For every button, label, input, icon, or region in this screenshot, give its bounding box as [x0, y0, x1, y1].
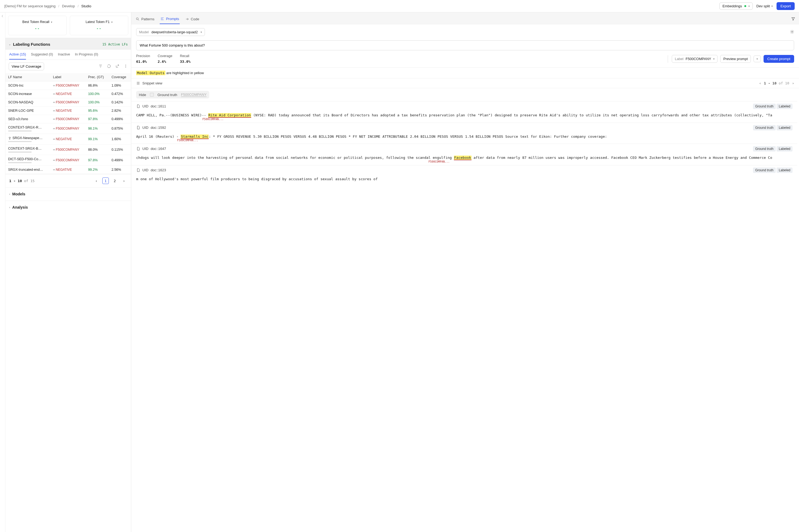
snippet-view-toggle[interactable]: Snippet view	[136, 81, 163, 85]
collapse-left-button[interactable]	[0, 13, 5, 532]
table-row[interactable]: SRGX-truncated-ending≕NEGATIVE99.2%2.56%	[5, 166, 131, 174]
table-row[interactable]: SCON-NASDAQ≕F500COMPANY100.0%0.142%	[5, 98, 131, 107]
breadcrumb-root[interactable]: [Demo] FM for sequence tagging	[4, 4, 56, 8]
models-section-toggle[interactable]: › Models	[5, 187, 131, 201]
entity-label: F500COMPAN...	[203, 118, 793, 121]
table-row[interactable]: SED-s3://sno≕F500COMPANY97.8%0.499%	[5, 115, 131, 124]
filter-ground-truth[interactable]: Ground truth	[157, 93, 177, 97]
tab-prompts[interactable]: Prompts	[160, 14, 179, 24]
lf-cov: 0.499%	[109, 115, 131, 124]
chevron-down-icon: ▾	[748, 5, 750, 7]
lf-pager: 1 - 10 of 15 ‹ 1 2 ›	[5, 174, 131, 187]
lf-section-header[interactable]: ⌄Labeling Functions 15 Active LFs	[5, 38, 131, 50]
filter-gt-checkbox[interactable]	[150, 93, 154, 97]
lf-table: LF Name Label Prec. (GT) Coverage SCON-I…	[5, 73, 131, 174]
preview-prompt-dropdown[interactable]: ▾	[754, 55, 761, 62]
settings-icon[interactable]	[790, 30, 794, 35]
overflow-indicator	[8, 141, 32, 142]
open-external-icon[interactable]	[115, 64, 119, 69]
view-lf-coverage-button[interactable]: View LF Coverage	[9, 62, 44, 70]
topbar-right: Embeddings ▾ Dev split ▾ Export	[719, 2, 795, 10]
lf-cov: 2.82%	[109, 107, 131, 115]
lf-toolbar: View LF Coverage	[5, 60, 131, 73]
pager-next[interactable]: ›	[121, 177, 127, 184]
preview-prompt-button[interactable]: Preview prompt	[720, 55, 750, 63]
entity-highlight[interactable]: Facebook	[454, 156, 472, 160]
overflow-indicator	[8, 130, 32, 132]
tab-active[interactable]: Active (15)	[9, 52, 26, 59]
hint-highlight: Model Outputs	[136, 71, 165, 75]
label-selector[interactable]: Label F500COMPANY ▾	[672, 55, 718, 63]
entity-highlight[interactable]: Starmalls Inc	[180, 134, 209, 139]
tab-inprogress[interactable]: In Progress (0)	[75, 52, 98, 59]
tab-inactive[interactable]: Inactive	[58, 52, 70, 59]
entity-highlight[interactable]: Rite Aid Corporation	[208, 113, 251, 118]
filter-f500[interactable]: F500COMPANY	[181, 93, 207, 97]
trophy-icon	[8, 137, 12, 140]
prompt-input[interactable]	[136, 40, 794, 50]
metric-card-f1[interactable]: Latest Token F1▾ --	[70, 16, 128, 35]
col-label[interactable]: Label	[50, 73, 85, 81]
filter-icon[interactable]	[98, 64, 102, 69]
badge-ground-truth[interactable]: Ground truth	[753, 146, 776, 152]
table-row[interactable]: DICT-SED-F500-Compar≕F500COMPANY97.8%0.4…	[5, 155, 131, 166]
snippet-next[interactable]: ›	[792, 81, 794, 85]
col-name[interactable]: LF Name	[5, 73, 50, 81]
badge-labeled[interactable]: Labeled	[777, 103, 793, 109]
overflow-indicator	[8, 152, 32, 153]
arrow-left-icon	[1, 14, 5, 18]
table-row[interactable]: CONTEXT-SRGX-Reuters≕F500COMPANY98.1%0.8…	[5, 124, 131, 134]
document-icon	[136, 104, 140, 108]
model-selector[interactable]: Model deepset/roberta-large-squad2 ▾	[136, 28, 205, 36]
lf-prec: 99.2%	[85, 166, 109, 174]
snippet-prev[interactable]: ‹	[759, 81, 761, 85]
doc-body[interactable]: m one of Hollywood's most powerful film …	[136, 175, 793, 183]
col-prec[interactable]: Prec. (GT)	[85, 73, 109, 81]
lf-name: DICT-SED-F500-Compar	[8, 157, 43, 161]
lf-label: ≕F500COMPANY	[53, 117, 79, 121]
tab-patterns[interactable]: Patterns	[135, 14, 155, 24]
badge-ground-truth[interactable]: Ground truth	[753, 168, 776, 173]
chevron-down-icon: ⌄	[9, 43, 11, 46]
analysis-section-toggle[interactable]: › Analysis	[5, 201, 131, 214]
breadcrumb-develop[interactable]: Develop	[62, 4, 75, 8]
table-row[interactable]: SRGX-Newspaper-Na≕NEGATIVE99.1%1.60%	[5, 134, 131, 145]
table-row[interactable]: SCON-increase≕NEGATIVE100.0%0.472%	[5, 90, 131, 98]
split-selector[interactable]: Dev split ▾	[757, 4, 773, 8]
col-cov[interactable]: Coverage	[109, 73, 131, 81]
badge-labeled[interactable]: Labeled	[777, 168, 793, 173]
more-icon[interactable]	[124, 64, 128, 69]
metric-cards: Best Token Recall▾ -- Latest Token F1▾ -…	[5, 13, 131, 38]
table-row[interactable]: SCON-Inc≕F500COMPANY86.8%1.09%	[5, 81, 131, 90]
document-icon	[136, 168, 140, 172]
pager-prev[interactable]: ‹	[93, 177, 100, 184]
arrow-right-icon	[185, 17, 189, 21]
tab-code[interactable]: Code	[185, 14, 200, 24]
svg-point-3	[136, 18, 138, 20]
prompt-icon	[160, 17, 164, 21]
lf-cov: 1.60%	[109, 134, 131, 145]
refresh-icon[interactable]	[107, 64, 111, 69]
badge-labeled[interactable]: Labeled	[777, 146, 793, 152]
table-row[interactable]: SNER-LOC-GPE≕NEGATIVE95.6%2.82%	[5, 107, 131, 115]
breadcrumb: [Demo] FM for sequence tagging / Develop…	[4, 4, 91, 8]
pager-page-1[interactable]: 1	[102, 177, 109, 184]
metric-title: Latest Token F1	[85, 20, 110, 24]
right-tabs: Patterns Prompts Code	[131, 13, 799, 24]
metric-card-recall[interactable]: Best Token Recall▾ --	[8, 16, 66, 35]
pager-page-2[interactable]: 2	[112, 177, 118, 184]
lf-cov: 0.875%	[109, 124, 131, 134]
uid-label: UID	[142, 168, 148, 172]
badge-ground-truth[interactable]: Ground truth	[753, 103, 776, 109]
create-prompt-button[interactable]: Create prompt	[763, 55, 794, 63]
badge-labeled[interactable]: Labeled	[777, 125, 793, 130]
filter-hide[interactable]: Hide	[139, 93, 146, 97]
badge-ground-truth[interactable]: Ground truth	[753, 125, 776, 130]
filter-icon[interactable]	[791, 17, 795, 22]
export-button[interactable]: Export	[777, 2, 795, 10]
table-row[interactable]: CONTEXT-SRGX-BRIEFsh≕F500COMPANY88.0%0.1…	[5, 145, 131, 155]
left-panel: Best Token Recall▾ -- Latest Token F1▾ -…	[5, 13, 131, 532]
embeddings-selector[interactable]: Embeddings ▾	[719, 2, 753, 10]
lf-prec: 97.8%	[85, 155, 109, 166]
tab-suggested[interactable]: Suggested (0)	[31, 52, 53, 59]
